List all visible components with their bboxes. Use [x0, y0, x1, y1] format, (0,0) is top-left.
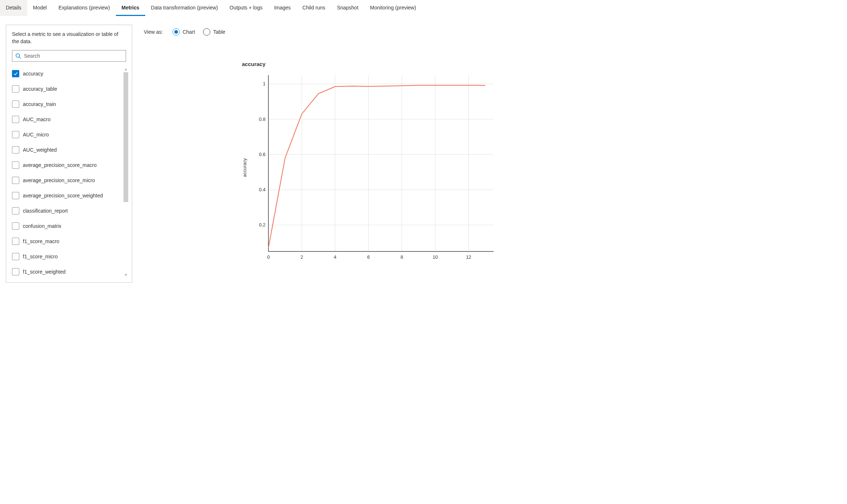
tab-label: Model [33, 5, 47, 11]
metric-checkbox[interactable] [12, 177, 19, 184]
chart-y-axis-label: accuracy [242, 158, 247, 177]
tab-data-transformation-preview[interactable]: Data transformation (preview) [145, 0, 224, 16]
tab-explanations-preview[interactable]: Explanations (preview) [53, 0, 116, 16]
metric-label: accuracy_train [23, 101, 56, 107]
metric-item-average_precision_score_micro[interactable]: average_precision_score_micro [12, 173, 123, 188]
tab-details[interactable]: Details [0, 0, 27, 16]
metric-checkbox[interactable] [12, 131, 19, 138]
radio-dot-icon [203, 28, 210, 36]
metric-item-f1_score_macro[interactable]: f1_score_macro [12, 234, 123, 249]
tab-images[interactable]: Images [268, 0, 297, 16]
chart-x-tick-label: 10 [433, 254, 438, 260]
chart-x-tick-label: 8 [401, 254, 403, 260]
tab-label: Explanations (preview) [58, 5, 110, 11]
metric-label: f1_score_weighted [23, 269, 66, 275]
tab-label: Snapshot [337, 5, 358, 11]
chart-series-accuracy [268, 85, 485, 248]
radio-label: Table [213, 29, 225, 35]
metric-checkbox[interactable] [12, 116, 19, 123]
svg-point-0 [16, 54, 20, 57]
metric-label: accuracy [23, 71, 43, 77]
metric-label: average_precision_score_weighted [23, 193, 103, 198]
metrics-sidebar: Select a metric to see a visualization o… [6, 25, 132, 283]
metric-search-field[interactable] [12, 50, 126, 62]
metric-item-average_precision_score_weighted[interactable]: average_precision_score_weighted [12, 188, 123, 203]
metric-checkbox[interactable] [12, 101, 19, 108]
metric-item-f1_score_micro[interactable]: f1_score_micro [12, 249, 123, 264]
metric-checkbox[interactable] [12, 161, 19, 169]
chart-y-tick-label: 0.2 [259, 222, 266, 228]
metric-checkbox[interactable] [12, 253, 19, 260]
metric-checkbox[interactable] [12, 70, 19, 77]
metric-label: AUC_weighted [23, 147, 57, 153]
chart-x-tick-label: 6 [367, 254, 370, 260]
tab-metrics[interactable]: Metrics [116, 0, 145, 16]
tab-label: Child runs [303, 5, 325, 11]
view-as-label: View as: [144, 29, 163, 35]
view-as-radio-chart[interactable]: Chart [173, 28, 195, 36]
chart-y-tick-label: 0.6 [259, 152, 266, 157]
tab-label: Details [6, 5, 21, 11]
metric-list-scrollbar[interactable]: ▲ ▼ [123, 66, 129, 278]
metric-checkbox[interactable] [12, 238, 19, 245]
metric-item-AUC_micro[interactable]: AUC_micro [12, 127, 123, 142]
metric-checkbox[interactable] [12, 207, 19, 214]
tab-monitoring-preview[interactable]: Monitoring (preview) [364, 0, 422, 16]
metric-label: classification_report [23, 208, 68, 214]
chart-x-tick-label: 12 [466, 254, 471, 260]
metric-label: average_precision_score_micro [23, 177, 95, 183]
metric-label: accuracy_table [23, 86, 57, 92]
view-as-group: View as: ChartTable [144, 26, 507, 38]
metric-label: AUC_micro [23, 132, 49, 138]
metric-label: average_precision_score_macro [23, 162, 97, 168]
scroll-down-arrow-icon[interactable]: ▼ [123, 272, 129, 278]
tab-label: Outputs + logs [230, 5, 263, 11]
tab-model[interactable]: Model [27, 0, 53, 16]
metric-item-AUC_macro[interactable]: AUC_macro [12, 112, 123, 127]
metric-label: AUC_macro [23, 116, 50, 122]
tab-snapshot[interactable]: Snapshot [331, 0, 364, 16]
chart-x-tick-label: 2 [300, 254, 303, 260]
chart-title: accuracy [242, 61, 507, 67]
check-icon [13, 71, 18, 76]
metric-item-confusion_matrix[interactable]: confusion_matrix [12, 218, 123, 234]
metric-item-f1_score_weighted[interactable]: f1_score_weighted [12, 264, 123, 278]
tab-child-runs[interactable]: Child runs [297, 0, 331, 16]
tab-label: Monitoring (preview) [370, 5, 416, 11]
chart-y-tick-label: 0.8 [259, 116, 266, 122]
metric-item-average_precision_score_macro[interactable]: average_precision_score_macro [12, 157, 123, 173]
metric-label: f1_score_macro [23, 238, 59, 244]
sidebar-description: Select a metric to see a visualization o… [12, 31, 129, 45]
tab-bar: DetailsModelExplanations (preview)Metric… [0, 0, 513, 16]
tab-label: Images [274, 5, 291, 11]
scroll-track[interactable] [123, 72, 129, 272]
svg-line-1 [19, 57, 21, 58]
metric-label: confusion_matrix [23, 223, 61, 229]
metric-checkbox[interactable] [12, 192, 19, 199]
metric-item-accuracy_table[interactable]: accuracy_table [12, 81, 123, 97]
chart-x-tick-label: 0 [267, 254, 270, 260]
metric-item-AUC_weighted[interactable]: AUC_weighted [12, 142, 123, 157]
scroll-up-arrow-icon[interactable]: ▲ [123, 66, 129, 72]
search-input[interactable] [23, 53, 123, 59]
metric-item-accuracy[interactable]: accuracy [12, 66, 123, 81]
radio-label: Chart [183, 29, 195, 35]
scroll-thumb[interactable] [123, 72, 128, 202]
view-as-radio-table[interactable]: Table [203, 28, 225, 36]
metric-item-accuracy_train[interactable]: accuracy_train [12, 97, 123, 112]
metric-checkbox[interactable] [12, 222, 19, 230]
chart-y-tick-label: 1 [263, 81, 266, 86]
metric-checkbox[interactable] [12, 146, 19, 153]
tab-outputs-logs[interactable]: Outputs + logs [224, 0, 268, 16]
radio-dot-icon [173, 28, 180, 36]
metric-item-classification_report[interactable]: classification_report [12, 203, 123, 218]
chart-y-tick-label: 0.4 [259, 187, 266, 192]
chart-x-tick-label: 4 [334, 254, 336, 260]
tab-label: Metrics [122, 5, 139, 11]
metric-checkbox[interactable] [12, 268, 19, 275]
accuracy-line-chart: 0.20.40.60.81024681012 [250, 71, 497, 264]
search-icon [15, 53, 21, 59]
metric-checkbox[interactable] [12, 85, 19, 93]
tab-label: Data transformation (preview) [151, 5, 218, 11]
metric-label: f1_score_micro [23, 254, 58, 259]
